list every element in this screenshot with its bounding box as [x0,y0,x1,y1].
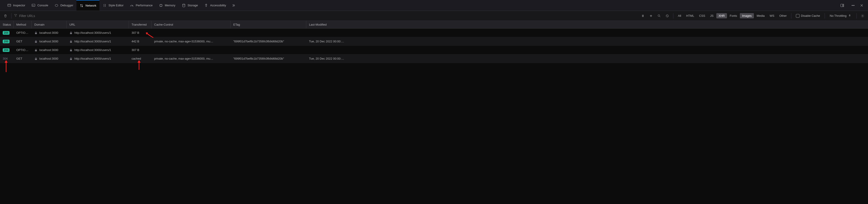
col-header-last-modified[interactable]: Last-Modified [306,21,868,28]
cell-etag: "699f01d7bef8c1b7356fc0fb9d68d20b" [230,54,306,63]
lock-icon [34,40,37,43]
throttling-dropdown[interactable]: No Throttling [827,14,854,18]
tab-network[interactable]: Network [76,0,99,11]
clear-requests-button[interactable] [2,12,9,20]
svg-rect-4 [160,4,162,6]
tabs-overflow-button[interactable] [229,0,238,11]
filter-ws[interactable]: WS [767,13,777,18]
cell-method: OPTIO… [13,29,32,37]
cell-status: 304 [0,54,13,63]
col-header-url[interactable]: URL [67,21,129,28]
table-row[interactable]: 200GETlocalhost:3000http://localhost:300… [0,37,868,46]
tab-style-editor[interactable]: Style Editor [99,0,127,11]
search-button[interactable] [655,12,663,20]
cell-etag [230,29,306,37]
lock-icon [34,49,37,52]
filter-urls-input[interactable] [19,14,100,18]
cell-last-modified [306,46,868,54]
filter-xhr[interactable]: XHR [716,13,727,18]
col-header-method[interactable]: Method [13,21,32,28]
tab-label: Storage [188,4,198,7]
request-type-filters: All HTML CSS JS XHR Fonts Images Media W… [676,13,789,18]
tab-label: Network [86,4,96,7]
network-toolbar: All HTML CSS JS XHR Fonts Images Media W… [0,11,868,21]
tab-label: Style Editor [108,4,123,7]
pause-button[interactable] [639,12,647,20]
cell-domain: localhost:3000 [32,46,67,54]
lock-icon [69,57,72,60]
tab-console[interactable]: Console [28,0,51,11]
cell-url: http://localhost:3000/users/1 [67,46,129,54]
cell-transferred: 307 B [129,46,151,54]
cell-status: 204 [0,46,13,54]
throttling-label: No Throttling [830,14,846,18]
tab-label: Inspector [13,4,25,7]
inspector-icon [7,3,11,7]
cell-last-modified: Tue, 20 Dec 2022 00:00:… [306,54,868,63]
filter-css[interactable]: CSS [697,13,708,18]
col-header-status[interactable]: Status [0,21,13,28]
col-header-domain[interactable]: Domain [32,21,67,28]
filter-images[interactable]: Images [740,13,754,18]
col-header-etag[interactable]: ETag [230,21,306,28]
network-settings-button[interactable] [859,12,866,20]
tab-label: Debugger [60,4,73,7]
dock-mode-button[interactable] [839,3,845,8]
separator [791,13,792,19]
table-row[interactable]: 304GETlocalhost:3000http://localhost:300… [0,54,868,63]
tab-performance[interactable]: Performance [127,0,156,11]
col-header-cache-control[interactable]: Cache-Control [151,21,230,28]
svg-rect-3 [55,4,58,6]
col-header-transferred[interactable]: Transferred [129,21,151,28]
cell-etag: "699f01d7bef8c1b7356fc0fb9d68d20b" [230,37,306,46]
svg-point-10 [853,5,853,5]
table-row[interactable]: 204OPTIO…localhost:3000http://localhost:… [0,46,868,54]
requests-table: Status Method Domain URL Transferred Cac… [0,21,868,63]
svg-rect-7 [841,4,843,7]
tab-storage[interactable]: Storage [179,0,201,11]
devtools-tab-bar: Inspector Console Debugger Network Style… [0,0,868,11]
filter-fonts[interactable]: Fonts [727,13,739,18]
table-header: Status Method Domain URL Transferred Cac… [0,21,868,29]
chevron-right-double-icon [231,3,236,7]
filter-html[interactable]: HTML [684,13,696,18]
network-icon [80,4,84,8]
lock-icon [69,31,72,34]
cell-cache-control: private, no-cache, max-age=31536000, mu… [151,37,230,46]
tab-label: Performance [135,4,152,7]
cell-domain: localhost:3000 [32,37,67,46]
status-text: 304 [3,57,8,60]
tab-memory[interactable]: Memory [156,0,179,11]
cell-domain: localhost:3000 [32,54,67,63]
filter-media[interactable]: Media [754,13,767,18]
cell-url: http://localhost:3000/users/1 [67,37,129,46]
tab-inspector[interactable]: Inspector [4,0,28,11]
close-devtools-button[interactable] [859,3,864,8]
svg-point-11 [854,5,854,5]
status-badge: 200 [3,40,9,43]
cell-url: http://localhost:3000/users/1 [67,29,129,37]
new-request-button[interactable] [647,12,655,20]
cell-status: 200 [0,37,13,46]
svg-point-9 [852,5,852,5]
filter-js[interactable]: JS [708,13,716,18]
disable-cache-label: Disable Cache [801,14,820,18]
block-button[interactable] [664,12,671,20]
table-row[interactable]: 204OPTIO…localhost:3000http://localhost:… [0,29,868,37]
more-options-button[interactable] [850,3,856,8]
lock-icon [69,49,72,52]
filter-other[interactable]: Other [777,13,789,18]
svg-point-5 [183,4,185,5]
tab-debugger[interactable]: Debugger [51,0,76,11]
cell-method: OPTIO… [13,46,32,54]
lock-icon [69,40,72,43]
status-badge: 204 [3,48,9,52]
sort-icon [848,14,851,18]
disable-cache-checkbox[interactable]: Disable Cache [794,14,822,18]
filter-urls-wrap [14,14,100,18]
filter-all[interactable]: All [676,13,683,18]
cell-transferred: cached [129,54,151,63]
cell-url: http://localhost:3000/users/1 [67,54,129,63]
tab-accessibility[interactable]: Accessibility [201,0,229,11]
tab-label: Memory [165,4,176,7]
